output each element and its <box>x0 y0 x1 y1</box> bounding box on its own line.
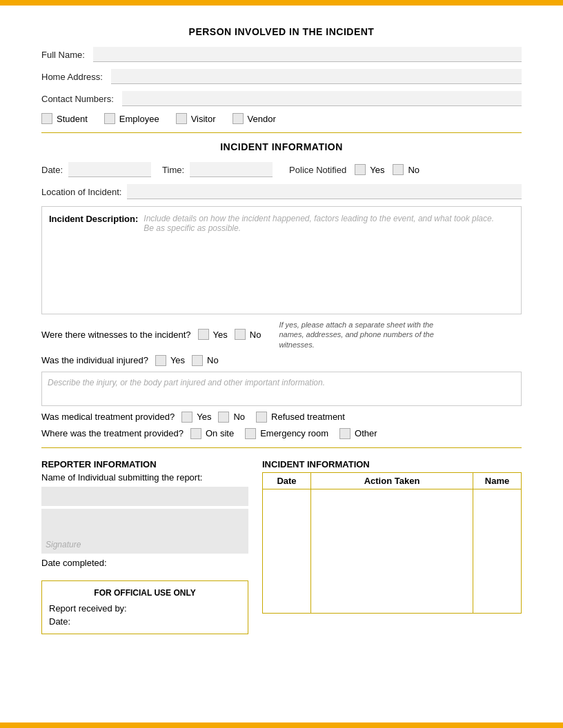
injured-no-checkbox[interactable] <box>192 355 203 366</box>
section-divider-1 <box>41 132 522 133</box>
injured-yes-item[interactable]: Yes <box>155 355 185 366</box>
description-placeholder-2: Be as specific as possible. <box>144 223 494 233</box>
on-site-checkbox[interactable] <box>190 428 201 439</box>
treatment-location-question: Where was the treatment provided? <box>41 428 184 438</box>
witnesses-no-label: No <box>250 330 261 340</box>
reporter-section: REPORTER INFORMATION Name of Individual … <box>41 459 248 634</box>
refused-treatment-checkbox[interactable] <box>256 412 267 423</box>
employee-checkbox-item[interactable]: Employee <box>104 113 159 124</box>
visitor-checkbox[interactable] <box>176 113 187 124</box>
injured-no-label: No <box>207 355 219 365</box>
student-checkbox-item[interactable]: Student <box>41 113 88 124</box>
treatment-yes-item[interactable]: Yes <box>181 412 211 423</box>
person-type-group: Student Employee Visitor Vendor <box>41 113 522 124</box>
police-notified-label: Police Notified <box>289 165 346 175</box>
incident-section-title: INCIDENT INFORMATION <box>41 141 522 152</box>
student-label: Student <box>57 114 88 124</box>
other-checkbox[interactable] <box>339 428 350 439</box>
visitor-label: Visitor <box>191 114 216 124</box>
date-input[interactable] <box>68 162 151 177</box>
injured-yes-checkbox[interactable] <box>155 355 166 366</box>
witnesses-question: Were there witnesses to the incident? <box>41 330 191 340</box>
time-label: Time: <box>162 165 184 175</box>
emergency-room-label: Emergency room <box>260 428 328 438</box>
action-name-cell[interactable] <box>473 489 522 613</box>
treatment-yes-label: Yes <box>197 412 211 422</box>
date-column-header: Date <box>263 472 311 489</box>
treatment-yes-checkbox[interactable] <box>181 412 192 423</box>
reporter-name-label: Name of Individual submitting the report… <box>41 472 248 483</box>
description-placeholder-1: Include details on how the incident happ… <box>144 214 494 223</box>
date-time-police-row: Date: Time: Police Notified Yes No <box>41 162 522 177</box>
action-taken-column-header: Action Taken <box>311 472 473 489</box>
action-table-row <box>263 489 522 613</box>
treatment-no-item[interactable]: No <box>218 412 245 423</box>
action-section-title: INCIDENT INFORMATION <box>262 459 522 469</box>
treatment-row: Was medical treatment provided? Yes No R… <box>41 412 522 423</box>
employee-label: Employee <box>119 114 159 124</box>
official-title: FOR OFFICIAL USE ONLY <box>49 588 241 598</box>
police-yes-label: Yes <box>370 165 384 175</box>
witnesses-no-checkbox[interactable] <box>235 329 246 340</box>
signature-box: Signature <box>41 509 248 554</box>
date-completed-label: Date completed: <box>41 558 107 568</box>
witnesses-yes-checkbox[interactable] <box>198 329 209 340</box>
injured-no-item[interactable]: No <box>192 355 219 366</box>
vendor-label: Vendor <box>248 114 276 124</box>
description-box: Incident Description: Include details on… <box>41 206 522 314</box>
on-site-label: On site <box>206 428 234 438</box>
treatment-no-checkbox[interactable] <box>218 412 229 423</box>
injured-question: Was the individual injured? <box>41 355 148 365</box>
police-no-item[interactable]: No <box>393 164 419 175</box>
witnesses-yes-item[interactable]: Yes <box>198 329 228 340</box>
location-label: Location of Incident: <box>41 187 121 197</box>
vendor-checkbox[interactable] <box>233 113 244 124</box>
home-address-input[interactable] <box>111 69 522 84</box>
refused-treatment-label: Refused treatment <box>271 412 345 422</box>
refused-treatment-item[interactable]: Refused treatment <box>256 412 345 423</box>
injury-description-box: Describe the injury, or the body part in… <box>41 372 522 406</box>
action-taken-cell[interactable] <box>311 489 473 613</box>
police-yes-checkbox[interactable] <box>355 164 366 175</box>
incident-action-section: INCIDENT INFORMATION Date Action Taken N… <box>262 459 522 634</box>
emergency-room-checkbox[interactable] <box>245 428 256 439</box>
time-input[interactable] <box>190 162 273 177</box>
visitor-checkbox-item[interactable]: Visitor <box>176 113 216 124</box>
home-address-row: Home Address: <box>41 69 522 84</box>
date-label: Date: <box>41 165 63 175</box>
action-date-cell[interactable] <box>263 489 311 613</box>
reporter-title: REPORTER INFORMATION <box>41 459 248 469</box>
on-site-item[interactable]: On site <box>190 428 234 439</box>
full-name-label: Full Name: <box>41 50 85 60</box>
description-label: Incident Description: <box>49 214 138 224</box>
person-section-title: PERSON INVOLVED IN THE INCIDENT <box>41 26 522 37</box>
location-input[interactable] <box>127 184 522 199</box>
full-name-input[interactable] <box>93 47 522 62</box>
signature-label: Signature <box>46 540 81 549</box>
section-divider-2 <box>41 447 522 448</box>
injury-placeholder: Describe the injury, or the body part in… <box>48 378 325 387</box>
police-no-label: No <box>408 165 419 175</box>
emergency-room-item[interactable]: Emergency room <box>245 428 328 439</box>
contact-numbers-label: Contact Numbers: <box>41 94 114 104</box>
official-date-label: Date: <box>49 616 70 627</box>
police-no-checkbox[interactable] <box>393 164 404 175</box>
other-item[interactable]: Other <box>339 428 377 439</box>
employee-checkbox[interactable] <box>104 113 115 124</box>
top-bar <box>0 0 563 6</box>
contact-numbers-input[interactable] <box>122 91 522 106</box>
vendor-checkbox-item[interactable]: Vendor <box>233 113 276 124</box>
police-yes-item[interactable]: Yes <box>355 164 384 175</box>
injured-row: Was the individual injured? Yes No <box>41 355 522 366</box>
full-name-row: Full Name: <box>41 47 522 62</box>
other-label: Other <box>355 428 377 438</box>
witnesses-no-item[interactable]: No <box>235 329 261 340</box>
student-checkbox[interactable] <box>41 113 52 124</box>
description-textarea[interactable] <box>49 236 514 305</box>
witnesses-yes-label: Yes <box>213 330 228 340</box>
bottom-bar <box>0 722 563 728</box>
action-table: Date Action Taken Name <box>262 472 522 614</box>
witnesses-row: Were there witnesses to the incident? Ye… <box>41 320 522 350</box>
witness-note: If yes, please attach a separate sheet w… <box>279 320 458 350</box>
reporter-name-input-box[interactable] <box>41 487 248 506</box>
